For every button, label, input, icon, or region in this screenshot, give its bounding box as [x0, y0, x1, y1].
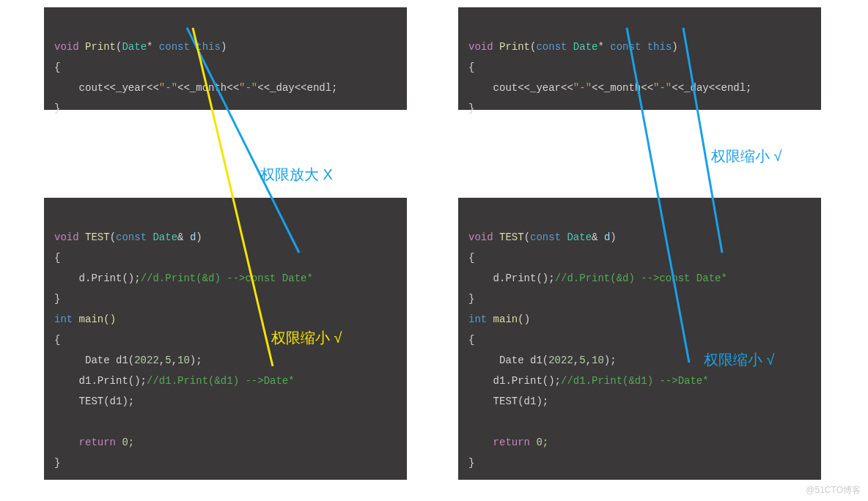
code-panel-top-left: void Print(Date* const this) { cout<<_ye… — [44, 7, 407, 110]
fn-print: Print — [499, 41, 530, 53]
watermark: @51CTO博客 — [806, 484, 861, 497]
code-panel-top-right: void Print(const Date* const this) { cou… — [458, 7, 821, 110]
label-shrink-left: 权限缩小 √ — [271, 328, 342, 348]
fn-print: Print — [85, 41, 116, 53]
label-enlarge: 权限放大 X — [260, 165, 333, 185]
kw-void: void — [54, 41, 79, 53]
label-shrink-br: 权限缩小 √ — [704, 350, 775, 370]
code-panel-bottom-right: void TEST(const Date& d) { d.Print();//d… — [458, 198, 821, 480]
label-shrink-tr: 权限缩小 √ — [711, 146, 782, 166]
code-panel-bottom-left: void TEST(const Date& d) { d.Print();//d… — [44, 198, 407, 480]
kw-void: void — [468, 41, 493, 53]
